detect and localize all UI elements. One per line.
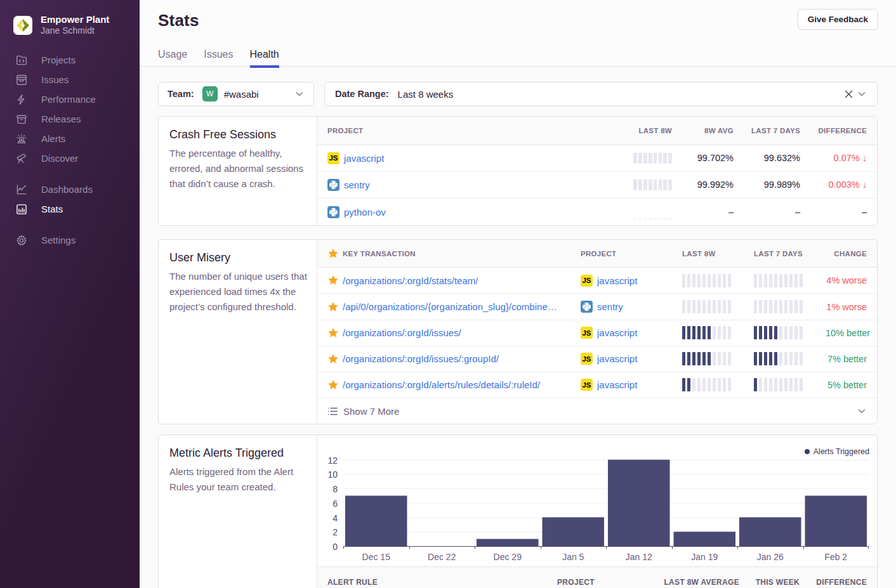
- svg-text:Dec 15: Dec 15: [362, 552, 391, 562]
- svg-text:Dec 22: Dec 22: [428, 552, 456, 562]
- svg-text:6: 6: [333, 499, 338, 509]
- svg-text:Jan 12: Jan 12: [626, 552, 652, 562]
- svg-text:Jan 5: Jan 5: [562, 552, 584, 562]
- svg-text:Jan 26: Jan 26: [757, 552, 784, 562]
- svg-text:Jan 19: Jan 19: [691, 552, 718, 562]
- svg-text:0: 0: [333, 542, 338, 552]
- svg-text:Dec 29: Dec 29: [494, 552, 522, 562]
- svg-text:8: 8: [333, 484, 338, 494]
- svg-text:10: 10: [327, 469, 338, 480]
- svg-text:4: 4: [333, 513, 338, 523]
- svg-text:2: 2: [333, 527, 338, 537]
- svg-text:Feb 2: Feb 2: [824, 552, 847, 562]
- svg-text:12: 12: [327, 455, 338, 466]
